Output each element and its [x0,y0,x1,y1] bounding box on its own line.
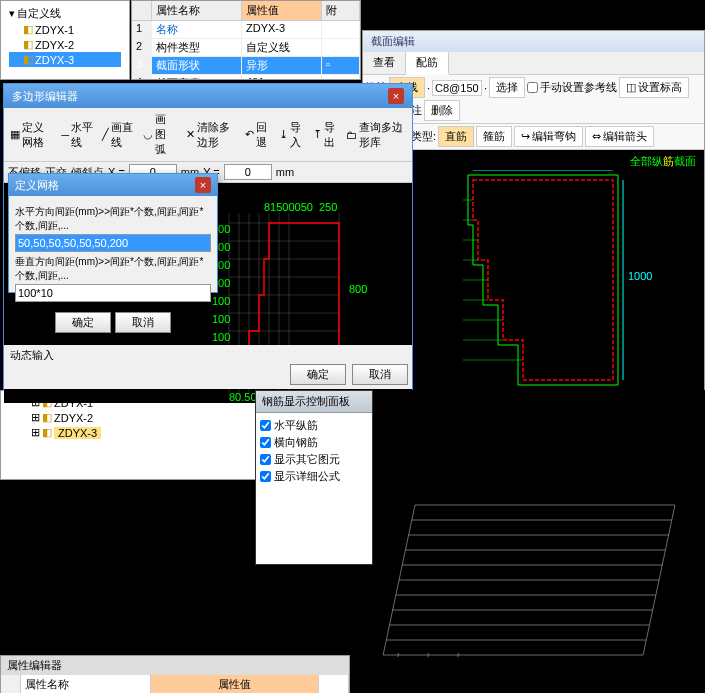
property-editor-title: 属性编辑器 [1,656,349,675]
straight-bar-button[interactable]: 直筋 [438,126,474,147]
minus-icon: ▾ [9,7,15,20]
option-label: 水平纵筋 [274,418,318,433]
svg-line-58 [428,653,429,657]
tree-item-label: ZDYX-1 [35,24,74,36]
grid-icon: ▦ [10,128,20,141]
rebar-option[interactable]: 横向钢筋 [260,434,368,451]
cancel-button[interactable]: 取消 [115,312,171,333]
cube-icon: ◧ [23,38,33,51]
cube-icon: ◧ [23,53,33,66]
property-row-selected[interactable]: 3截面形状异形▫ [132,57,360,75]
section-canvas[interactable]: 全部纵筋截面 1000 481 [363,150,704,430]
close-icon[interactable]: × [388,88,404,104]
rebar-option[interactable]: 显示详细公式 [260,468,368,485]
draw-line-button[interactable]: ╱画直线 [98,118,138,152]
clear-icon: ✕ [186,128,195,141]
svg-marker-0 [473,180,613,380]
tree-item[interactable]: ◧ZDYX-1 [9,22,121,37]
canvas-label: 全部纵筋截面 [630,154,696,169]
cube-icon: ◧ [42,411,52,424]
define-grid-dialog: 定义网格 × 水平方向间距(mm)>>间距*个数,间距,间距*个数,间距,...… [8,173,218,293]
ok-button[interactable]: 确定 [290,364,346,385]
property-editor-lower[interactable]: 属性编辑器 属性名称属性值 [0,655,350,693]
col-value: 属性值 [242,1,322,20]
grid-dialog-title: 定义网格 [15,178,59,193]
clear-polygon-button[interactable]: ✕清除多边形 [182,118,240,152]
close-icon[interactable]: × [195,177,211,193]
tree-root[interactable]: ▾ 自定义线 [9,5,121,22]
svg-text:80.50: 80.50 [229,391,257,403]
rebar-option[interactable]: 水平纵筋 [260,417,368,434]
import-button[interactable]: ⤓导入 [275,118,308,152]
delete-button[interactable]: 删除 [424,100,460,121]
tree-item-label: ZDYX-3 [35,54,74,66]
export-icon: ⤒ [313,128,322,141]
tab-view[interactable]: 查看 [363,52,406,74]
tab-rebar[interactable]: 配筋 [406,52,449,75]
3d-rebar-mesh [375,490,705,690]
select-button[interactable]: 选择 [489,77,525,98]
tree-item-selected[interactable]: ◧ZDYX-3 [9,52,121,67]
tree-item[interactable]: ◧ZDYX-2 [9,37,121,52]
draw-arc-button[interactable]: ◡画图弧 [139,110,181,159]
option-label: 显示其它图元 [274,452,340,467]
v-spacing-input[interactable] [15,284,211,302]
elevation-button[interactable]: ◫设置标高 [619,77,689,98]
edit-hook-button[interactable]: ↪编辑弯钩 [514,126,583,147]
tree-item-label: ZDYX-2 [54,412,93,424]
section-toolbar-1: 纵筋 直线 · · 选择 手动设置参考线 ◫设置标高 显示标注 删除 [363,75,704,124]
manual-label: 手动设置参考线 [540,80,617,95]
section-tabs: 查看 配筋 [363,52,704,75]
property-header: 属性名称属性值附 [132,1,360,21]
manual-ref-checkbox[interactable] [527,82,538,93]
rebar-panel-title: 钢筋显示控制面板 [256,391,372,413]
plus-icon: ⊞ [31,411,40,424]
col-name: 属性名称 [152,1,242,20]
col-name: 属性名称 [21,675,151,693]
cancel-button[interactable]: 取消 [352,364,408,385]
property-columns: 属性名称属性值 [1,675,349,693]
export-button[interactable]: ⤒导出 [309,118,342,152]
h-spacing-label: 水平方向间距(mm)>>间距*个数,间距,间距*个数,间距,... [15,205,211,233]
checkbox[interactable] [260,471,271,482]
hline-icon: ─ [61,129,69,141]
option-label: 横向钢筋 [274,435,318,450]
svg-text:1000: 1000 [628,270,652,282]
polygon-editor-titlebar[interactable]: 多边形编辑器 × [4,84,412,108]
property-row[interactable]: 2构件类型自定义线 [132,39,360,57]
arc-icon: ◡ [143,128,153,141]
query-library-button[interactable]: 🗀查询多边形库 [342,118,410,152]
arrow-icon: ⇔ [592,130,601,143]
component-tree[interactable]: ▾ 自定义线 ◧ZDYX-1 ◧ZDYX-2 ◧ZDYX-3 [0,0,130,80]
library-icon: 🗀 [346,129,357,141]
plus-icon: ⊞ [31,426,40,439]
define-grid-button[interactable]: ▦定义网格 [6,118,56,152]
col-extra: 附 [322,1,360,20]
checkbox[interactable] [260,454,271,465]
elevation-icon: ◫ [626,81,636,94]
dot: · [484,82,487,94]
dim-top: 81500050 [264,201,313,213]
undo-button[interactable]: ↶回退 [241,118,274,152]
v-spacing-label: 垂直方向间距(mm)>>间距*个数,间距,间距*个数,间距,... [15,255,211,283]
hline-button[interactable]: ─水平线 [57,118,97,152]
svg-marker-1 [468,175,618,385]
property-grid[interactable]: 属性名称属性值附 1名称ZDYX-3 2构件类型自定义线 3截面形状异形▫ 4截… [131,0,361,80]
edit-arrow-button[interactable]: ⇔编辑箭头 [585,126,654,147]
rebar-option[interactable]: 显示其它图元 [260,451,368,468]
rebar-spec-input[interactable] [432,80,482,96]
property-row[interactable]: 1名称ZDYX-3 [132,21,360,39]
ok-button[interactable]: 确定 [55,312,111,333]
checkbox[interactable] [260,420,271,431]
stirrup-button[interactable]: 箍筋 [476,126,512,147]
h-spacing-input[interactable] [15,234,211,252]
checkbox[interactable] [260,437,271,448]
rebar-display-panel[interactable]: 钢筋显示控制面板 水平纵筋 横向钢筋 显示其它图元 显示详细公式 [255,390,373,565]
grid-dialog-titlebar[interactable]: 定义网格 × [9,174,217,196]
svg-text:250: 250 [319,201,337,213]
y-input[interactable] [224,164,272,180]
polygon-footer: 确定 取消 [4,360,412,389]
3d-viewport[interactable] [355,390,705,693]
property-row[interactable]: 4截面宽度(mm)481 [132,75,360,80]
hook-icon: ↪ [521,130,530,143]
